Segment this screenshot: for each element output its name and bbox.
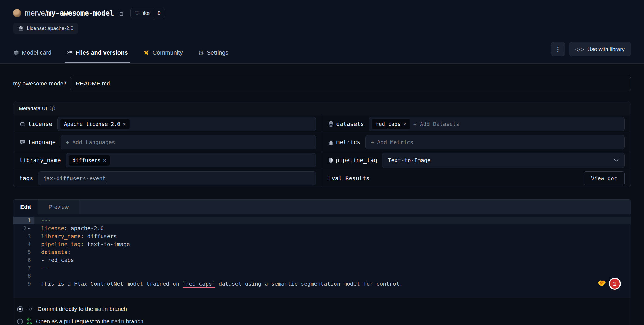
eval-results-label: Eval Results — [328, 175, 370, 182]
code-line[interactable]: 1--- — [13, 217, 631, 224]
commit-pr-option[interactable]: Open as a pull request to the main branc… — [17, 316, 631, 325]
editor-card: Edit Preview 1---2license: apache-2.03li… — [13, 199, 631, 325]
file-path-row: my-awesome-model/ — [13, 76, 631, 91]
use-with-library-button[interactable]: </> Use with library — [569, 42, 631, 56]
code-line-text: This is a Flax ControlNet model trained … — [34, 280, 403, 288]
eval-results-row: Eval Results View doc — [322, 169, 631, 187]
code-line[interactable]: 3library_name: diffusers — [13, 232, 631, 240]
commit-direct-label: Commit directly to the main branch — [38, 306, 127, 312]
database-icon — [328, 121, 334, 127]
line-number: 9 — [13, 280, 34, 288]
line-number: 7 — [13, 264, 34, 272]
metrics-field[interactable]: + Add Metrics — [365, 135, 625, 149]
code-line[interactable]: 5datasets: — [13, 248, 631, 256]
page-header: merve/my-awesome-model ♡ like 0 License:… — [0, 0, 644, 64]
code-line[interactable]: 6- red_caps — [13, 256, 631, 264]
slash: / — [45, 9, 47, 17]
license-label: license — [19, 121, 52, 127]
like-widget: ♡ like 0 — [130, 8, 165, 18]
tab-edit[interactable]: Edit — [13, 200, 38, 214]
code-line-text: --- — [34, 217, 51, 224]
radio-unselected[interactable] — [17, 319, 23, 324]
tab-model-card[interactable]: Model card — [13, 42, 52, 63]
like-label: like — [142, 10, 150, 16]
code-line-text: - red_caps — [34, 256, 74, 264]
code-line-text: --- — [34, 264, 51, 272]
branch-name: main — [111, 318, 124, 325]
view-doc-button[interactable]: View doc — [584, 171, 625, 185]
add-datasets-placeholder: + Add Datasets — [413, 121, 460, 127]
pipeline-tag-label: pipeline_tag — [328, 157, 377, 164]
breadcrumb: merve/my-awesome-model — [25, 9, 114, 17]
license-row: license Apache license 2.0× — [13, 115, 322, 133]
handshake-icon — [597, 279, 607, 288]
metadata-ui-panel: Metadata UI ⓘ license Apache license 2.0… — [13, 102, 631, 187]
pipeline-tag-value: Text-to-Image — [388, 157, 431, 164]
heart-icon: ♡ — [135, 10, 139, 16]
pull-request-icon — [27, 318, 32, 325]
line-number: 8 — [13, 272, 34, 280]
library-name-field[interactable]: diffusers× — [66, 153, 316, 167]
code-editor[interactable]: 1---2license: apache-2.03library_name: d… — [13, 214, 631, 298]
issue-count-badge[interactable]: 1 — [609, 278, 621, 290]
owner-link[interactable]: merve — [25, 9, 45, 17]
line-number: 5 — [13, 248, 34, 256]
info-icon[interactable]: ⓘ — [50, 105, 55, 112]
fold-chevron-icon[interactable] — [28, 227, 31, 230]
gear-icon: ⚙ — [198, 49, 204, 56]
tab-label: Model card — [22, 49, 52, 56]
line-number: 1 — [13, 217, 34, 224]
line-number: 2 — [13, 224, 34, 232]
bank-icon — [18, 26, 23, 31]
tags-label: tags — [19, 175, 33, 182]
remove-tag-icon[interactable]: × — [123, 121, 126, 127]
metadata-ui-title: Metadata UI — [19, 105, 47, 111]
line-number: 4 — [13, 240, 34, 248]
pipeline-tag-select[interactable]: Text-to-Image — [382, 153, 625, 168]
datasets-tag: red_caps× — [372, 119, 410, 129]
code-line[interactable]: 9This is a Flax ControlNet model trained… — [13, 280, 631, 288]
license-badge[interactable]: License: apache-2.0 — [13, 23, 78, 34]
repo-title-row: merve/my-awesome-model ♡ like 0 — [13, 7, 631, 19]
chevron-down-icon — [613, 159, 619, 162]
avatar[interactable] — [13, 9, 21, 17]
repo-path-label: my-awesome-model/ — [13, 80, 66, 87]
tags-field[interactable]: jax-diffusers-event — [38, 171, 316, 185]
code-line[interactable]: 7--- — [13, 264, 631, 272]
tab-preview[interactable]: Preview — [38, 200, 79, 214]
like-button[interactable]: ♡ like — [131, 8, 154, 18]
add-metrics-placeholder: + Add Metrics — [368, 139, 413, 146]
like-count[interactable]: 0 — [154, 8, 165, 18]
copy-icon[interactable] — [118, 10, 123, 16]
speech-bubble-icon — [19, 139, 25, 145]
language-field[interactable]: + Add Languages — [61, 135, 316, 149]
radio-selected[interactable] — [17, 306, 23, 312]
remove-tag-icon[interactable]: × — [403, 121, 406, 127]
library-name-tag: diffusers× — [69, 155, 110, 166]
bar-chart-icon — [328, 140, 334, 145]
repo-name[interactable]: my-awesome-model — [47, 9, 114, 17]
more-options-button[interactable]: ⋮ — [551, 42, 565, 56]
tab-files-and-versions[interactable]: Files and versions — [67, 42, 128, 63]
commit-pr-label: Open as a pull request to the main branc… — [36, 318, 144, 325]
code-line-text: datasets: — [34, 248, 71, 256]
add-languages-placeholder: + Add Languages — [64, 139, 115, 146]
code-line[interactable]: 8 — [13, 272, 631, 280]
code-line[interactable]: 2license: apache-2.0 — [13, 224, 631, 232]
commit-direct-option[interactable]: Commit directly to the main branch — [17, 303, 631, 314]
cube-icon — [13, 50, 19, 56]
tab-label: Community — [153, 49, 183, 56]
library-name-label: library_name — [19, 157, 61, 164]
remove-tag-icon[interactable]: × — [103, 157, 106, 163]
use-with-library-label: Use with library — [587, 46, 625, 52]
code-line[interactable]: 4pipeline_tag: text-to-image — [13, 240, 631, 248]
filename-input[interactable] — [70, 76, 631, 91]
license-field[interactable]: Apache license 2.0× — [57, 117, 316, 131]
tab-community[interactable]: Community — [143, 42, 183, 63]
tab-settings[interactable]: ⚙ Settings — [198, 42, 228, 63]
line-number: 3 — [13, 232, 34, 240]
file-tree-icon — [67, 50, 73, 56]
code-icon: </> — [575, 46, 584, 52]
git-commit-icon — [27, 307, 34, 311]
datasets-field[interactable]: red_caps× + Add Datasets — [369, 117, 625, 131]
